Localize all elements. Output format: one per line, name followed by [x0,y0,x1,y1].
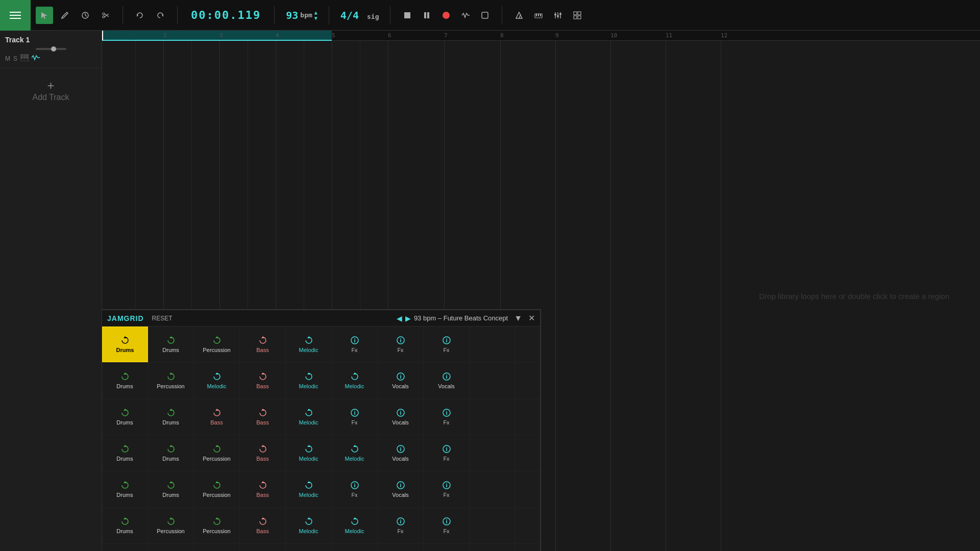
pencil-tool-button[interactable] [56,7,74,24]
solo-button[interactable]: S [13,55,17,62]
jam-cell-5-1[interactable]: Percussion [148,508,194,543]
mixer-button[interactable] [549,7,567,24]
jam-cell-3-4[interactable]: Melodic [286,435,332,471]
jam-cell-4-6[interactable]: iVocals [378,471,424,507]
bpm-down-arrow[interactable]: ▼ [314,15,317,21]
cell-icon-4-3 [259,481,267,491]
timeline-ruler[interactable]: 2 3 4 5 6 7 8 9 10 11 12 [102,31,980,41]
jam-cell-0-7[interactable]: iFx [424,327,470,362]
grid-button[interactable] [569,7,586,24]
jam-cell-4-0[interactable]: Drums [102,471,148,507]
jam-cell-6-4[interactable]: Bass [286,544,332,551]
jam-cell-2-3[interactable]: Bass [240,399,286,435]
stop-button[interactable] [399,7,416,24]
cell-label-5-1: Percussion [157,528,184,534]
jam-cell-0-1[interactable]: Drums [148,327,194,362]
jam-cell-2-5[interactable]: iFx [332,399,378,435]
jam-cell-4-7[interactable]: iFx [424,471,470,507]
jam-cell-5-5[interactable]: Melodic [332,508,378,543]
cell-icon-5-3 [259,517,267,527]
jam-cell-4-5[interactable]: iFx [332,471,378,507]
loop-button[interactable] [476,7,494,24]
jam-cell-0-3[interactable]: Bass [240,327,286,362]
cell-icon-1-3 [259,372,267,382]
jam-cell-0-2[interactable]: Percussion [194,327,240,362]
piano-roll-button[interactable] [20,54,29,63]
jam-cell-1-5[interactable]: Melodic [332,363,378,398]
jam-cell-3-3[interactable]: Bass [240,435,286,471]
jam-cell-6-5[interactable]: Melodic [332,544,378,551]
jamgrid-reset-button[interactable]: RESET [149,314,176,323]
jam-cell-6-3[interactable]: Bass [240,544,286,551]
jam-cell-3-5[interactable]: Melodic [332,435,378,471]
add-track-button[interactable]: + Add Track [0,68,102,112]
jam-cell-3-1[interactable]: Drums [148,435,194,471]
jam-cell-1-2[interactable]: Melodic [194,363,240,398]
jam-cell-5-2[interactable]: Percussion [194,508,240,543]
jam-cell-5-7[interactable]: iFx [424,508,470,543]
jam-cell-6-7[interactable]: iFx [424,544,470,551]
jam-cell-5-3[interactable]: Bass [240,508,286,543]
jam-cell-5-6[interactable]: iFx [378,508,424,543]
clock-tool-button[interactable] [77,7,94,24]
jam-cell-3-0[interactable]: Drums [102,435,148,471]
ruler-mark-5: 5 [332,32,335,39]
jam-cell-3-6[interactable]: iVocals [378,435,424,471]
jam-cell-2-0[interactable]: Drums [102,399,148,435]
jam-cell-0-4[interactable]: Melodic [286,327,332,362]
jam-cell-2-7[interactable]: iFx [424,399,470,435]
record-button[interactable] [437,7,455,24]
menu-button[interactable] [0,0,31,31]
undo-button[interactable] [131,7,149,24]
jam-cell-6-6[interactable]: iVocals [378,544,424,551]
preset-prev-button[interactable]: ◀ [397,314,402,322]
bpm-display[interactable]: 93 bpm ▲ ▼ [278,9,326,21]
scissors-tool-button[interactable] [97,7,114,24]
jam-cell-4-4[interactable]: Melodic [286,471,332,507]
preset-next-button[interactable]: ▶ [405,314,411,322]
sig-unit: sig [367,13,379,20]
cell-label-3-2: Percussion [203,456,230,462]
jam-cell-1-3[interactable]: Bass [240,363,286,398]
automation-button[interactable] [457,7,474,24]
svg-rect-23 [557,15,559,17]
jamgrid-close-button[interactable]: ✕ [528,313,535,323]
jam-cell-1-0[interactable]: Drums [102,363,148,398]
bpm-arrows[interactable]: ▲ ▼ [314,10,317,21]
jam-cell-1-6[interactable]: iVocals [378,363,424,398]
jam-cell-4-3[interactable]: Bass [240,471,286,507]
jam-cell-6-1[interactable]: Percussion [148,544,194,551]
svg-text:i: i [400,373,401,380]
jam-cell-2-4[interactable]: Melodic [286,399,332,435]
preset-dropdown-button[interactable]: ▼ [514,314,522,323]
jam-cell-6-0[interactable]: Drums [102,544,148,551]
jam-cell-2-2[interactable]: Bass [194,399,240,435]
jam-cell-3-2[interactable]: Percussion [194,435,240,471]
time-signature-display[interactable]: 4/4 sig [332,9,387,21]
jam-cell-0-0[interactable]: Drums [102,327,148,362]
jam-cell-6-2[interactable]: Melodic [194,544,240,551]
jam-cell-2-1[interactable]: Drums [148,399,194,435]
jam-cell-5-4[interactable]: Melodic [286,508,332,543]
jam-cell-5-0[interactable]: Drums [102,508,148,543]
jam-cell-1-7[interactable]: iVocals [424,363,470,398]
pause-button[interactable] [418,7,435,24]
jam-cell-1-1[interactable]: Percussion [148,363,194,398]
cell-label-3-1: Drums [162,456,179,462]
jam-cell-0-6[interactable]: iFx [378,327,424,362]
metronome-button[interactable] [510,7,528,24]
jam-cell-0-5[interactable]: iFx [332,327,378,362]
midi-button[interactable] [530,7,547,24]
select-tool-button[interactable] [36,7,53,24]
jam-cell-3-7[interactable]: iFx [424,435,470,471]
track-volume-slider[interactable] [36,48,66,50]
bpm-up-arrow[interactable]: ▲ [314,10,317,15]
jam-cell-1-4[interactable]: Melodic [286,363,332,398]
jam-cell-4-1[interactable]: Drums [148,471,194,507]
svg-rect-24 [559,13,561,15]
jam-cell-2-6[interactable]: iVocals [378,399,424,435]
jam-cell-4-2[interactable]: Percussion [194,471,240,507]
redo-button[interactable] [152,7,169,24]
automation-track-button[interactable] [32,54,40,63]
mute-button[interactable]: M [5,55,10,62]
